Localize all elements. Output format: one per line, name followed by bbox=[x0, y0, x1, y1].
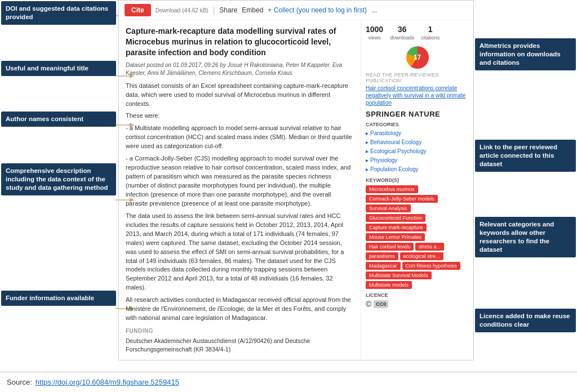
peer-review-label: READ THE PEER-REVIEWED PUBLICATION: bbox=[366, 72, 469, 83]
funding-heading: FUNDING bbox=[126, 327, 354, 335]
article-content: Capture-mark-recapture data modelling su… bbox=[119, 20, 361, 360]
keyword-3[interactable]: Glucocorticoid Function bbox=[366, 214, 425, 222]
keywords-container: Microcebus murinus Cormack-Jolly-Seber m… bbox=[366, 185, 469, 289]
research-heading: RESEARCH DATA SUPPORT bbox=[126, 359, 354, 360]
center-body: Capture-mark-recapture data modelling su… bbox=[119, 20, 473, 360]
article-bullet1: - a Multistate modelling approach to mod… bbox=[126, 124, 354, 151]
annotation-doi: DOI and suggested data citations provide… bbox=[1, 1, 116, 25]
article-meta: Dataset posted on 01.09.2017, 09:26 by J… bbox=[126, 61, 354, 77]
more-button[interactable]: ... bbox=[371, 6, 377, 14]
share-link[interactable]: Share bbox=[219, 6, 237, 14]
article-bullet2: - a Cormack-Jolly-Seber (CJS) modelling … bbox=[126, 154, 354, 208]
annotation-description: Comprehensive description including the … bbox=[1, 163, 116, 195]
keyword-10[interactable]: Madagascar bbox=[366, 262, 401, 270]
right-annotations-panel: Altmetrics provides information on downl… bbox=[474, 0, 577, 360]
download-link[interactable]: Download (44.62 kB) bbox=[156, 6, 208, 14]
funding-text: Deutscher Akademischer Austauschdienst (… bbox=[126, 337, 354, 353]
peer-review-link[interactable]: Hair cortisol concentrations correlate n… bbox=[366, 84, 469, 106]
keyword-7[interactable]: stress a... bbox=[415, 243, 444, 251]
annotation-categories: Relevant categories and keywords allow o… bbox=[475, 217, 576, 257]
licence-label: LICENCE bbox=[366, 292, 469, 298]
categories-label: CATEGORIES bbox=[366, 122, 469, 127]
annotation-peer-article: Link to the peer reviewed article connec… bbox=[475, 140, 576, 172]
article-bullet3: The data used to assess the link between… bbox=[126, 212, 354, 292]
cite-button[interactable]: Cite bbox=[125, 4, 151, 16]
category-population[interactable]: ▸ Population Ecology bbox=[366, 165, 469, 174]
keyword-2[interactable]: Survival Analysis bbox=[366, 204, 411, 212]
main-wrapper: DOI and suggested data citations provide… bbox=[0, 0, 577, 372]
left-annotations-panel: DOI and suggested data citations provide… bbox=[0, 0, 117, 360]
source-link[interactable]: https://doi.org/10.6084/m9.figshare.5259… bbox=[35, 378, 179, 386]
views-stat: 1000 views bbox=[366, 25, 383, 41]
stats-row: 1000 views 36 downloads 1 citations bbox=[366, 25, 469, 41]
licence-row: © CC0 bbox=[366, 300, 469, 309]
keyword-8[interactable]: parasitisms bbox=[366, 252, 398, 260]
annotation-funder: Funder information available bbox=[1, 291, 116, 306]
keyword-0[interactable]: Microcebus murinus bbox=[366, 185, 418, 193]
collect-link[interactable]: + Collect (you need to log in first) bbox=[268, 6, 367, 14]
category-physiology[interactable]: ▸ Physiology bbox=[366, 156, 469, 165]
right-sidebar: 1000 views 36 downloads 1 citations bbox=[361, 20, 473, 360]
altmetric-badge[interactable]: 17 bbox=[406, 46, 429, 69]
annotation-licence: Licence added to make reuse conditions c… bbox=[475, 309, 576, 332]
citations-stat: 1 citations bbox=[421, 25, 440, 41]
article-frame: Cite Download (44.62 kB) | Share Embed +… bbox=[118, 0, 474, 360]
annotation-authors: Author names consistent bbox=[1, 112, 116, 127]
licence-section: LICENCE © CC0 bbox=[366, 292, 469, 309]
keyword-12[interactable]: Multistate Survival Models bbox=[366, 271, 432, 279]
keyword-1[interactable]: Cormack-Jolly-Seber models bbox=[366, 195, 438, 203]
source-label: Source: bbox=[7, 378, 32, 386]
keywords-label: KEYWORD(S) bbox=[366, 177, 469, 183]
keyword-5[interactable]: Mouse Lemur Primates bbox=[366, 233, 425, 241]
keyword-6[interactable]: Hair cortisol levels bbox=[366, 243, 414, 251]
keyword-13[interactable]: Multistate models bbox=[366, 281, 412, 289]
category-ecological[interactable]: ▸ Ecological Psychology bbox=[366, 147, 469, 156]
embed-link[interactable]: Embed bbox=[242, 6, 263, 14]
keyword-4[interactable]: Capture mark-recapture bbox=[366, 224, 427, 231]
article-title: Capture-mark-recapture data modelling su… bbox=[126, 26, 354, 58]
annotation-altmetrics: Altmetrics provides information on downl… bbox=[475, 38, 576, 70]
article-description2: These were: bbox=[126, 112, 354, 121]
categories-list: ▸ Parasitology ▸ Behavioural Ecology ▸ E… bbox=[366, 129, 469, 174]
cc-badge: CC0 bbox=[374, 300, 388, 308]
cc-symbol: © bbox=[366, 300, 371, 309]
springer-nature-logo: SPRINGER NATURE bbox=[366, 110, 469, 118]
keyword-11[interactable]: Cort-fitness hypothesis bbox=[402, 262, 461, 270]
keyword-9[interactable]: ecological stre... bbox=[400, 252, 443, 260]
category-parasitology[interactable]: ▸ Parasitology bbox=[366, 129, 469, 138]
article-bullet4: All research activities conducted in Mad… bbox=[126, 296, 354, 323]
page-container: DOI and suggested data citations provide… bbox=[0, 0, 577, 392]
downloads-stat: 36 downloads bbox=[390, 25, 414, 41]
toolbar: Cite Download (44.62 kB) | Share Embed +… bbox=[119, 1, 473, 20]
category-behavioural[interactable]: ▸ Behavioural Ecology bbox=[366, 138, 469, 147]
bottom-bar: Source: https://doi.org/10.6084/m9.figsh… bbox=[0, 372, 577, 392]
annotation-title: Useful and meaningful title bbox=[1, 61, 116, 76]
article-description1: This dataset consists of an Excel spread… bbox=[126, 82, 354, 109]
